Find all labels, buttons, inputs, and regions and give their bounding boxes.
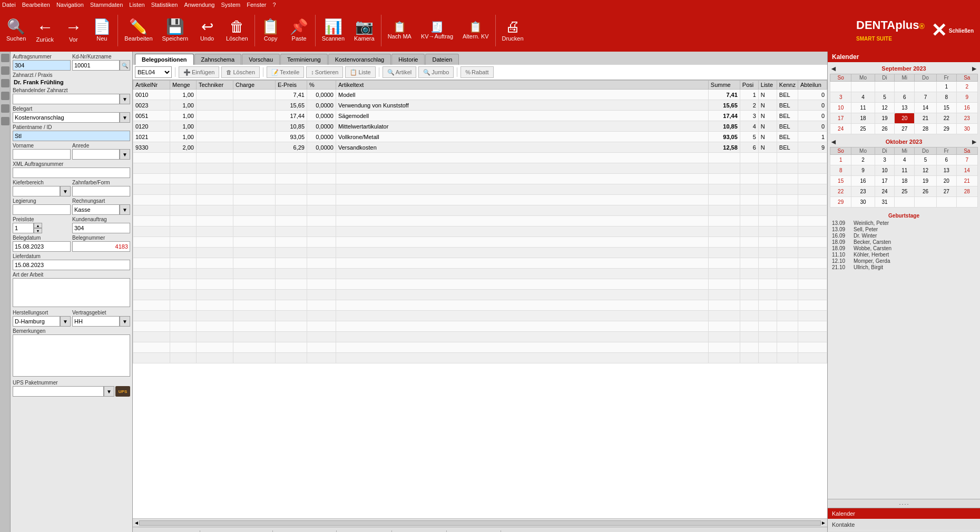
- patientname-input[interactable]: [13, 131, 130, 141]
- belegnummer-input[interactable]: [72, 241, 130, 252]
- cal-day[interactable]: [895, 82, 915, 92]
- cal-day[interactable]: 20: [895, 113, 915, 124]
- cal-day[interactable]: [956, 197, 977, 208]
- cal-day[interactable]: 21: [915, 113, 937, 124]
- cal-day[interactable]: 16: [956, 103, 977, 113]
- kv-auftrag-button[interactable]: 🧾 KV→Auftrag: [417, 12, 457, 50]
- table-row-empty[interactable]: [133, 269, 827, 279]
- loschen-button[interactable]: 🗑 Löschen: [222, 12, 252, 50]
- auftragsnummer-input[interactable]: [13, 60, 71, 71]
- bearbeiten-button[interactable]: ✏️ Bearbeiten: [120, 12, 156, 50]
- table-row-empty[interactable]: [133, 237, 827, 248]
- table-row-empty[interactable]: [133, 321, 827, 332]
- table-row[interactable]: 01201,0010,850,0000Mittelwertartikulator…: [133, 121, 827, 132]
- cal-day[interactable]: 27: [936, 186, 956, 197]
- left-icon-4[interactable]: [1, 92, 9, 100]
- einfugen-btn[interactable]: ➕ Einfügen: [179, 66, 219, 78]
- cal-day[interactable]: 17: [875, 176, 895, 186]
- cal-day[interactable]: 29: [936, 124, 956, 134]
- cal-day[interactable]: 14: [915, 103, 937, 113]
- tab-belegpositionen[interactable]: Belegpositionen: [135, 54, 194, 65]
- oct-next-btn[interactable]: ►: [971, 137, 978, 146]
- paste-button[interactable]: 📌 Paste: [286, 12, 313, 50]
- loschen-action-btn[interactable]: 🗑 Löschen: [221, 66, 260, 78]
- cal-day[interactable]: 11: [851, 103, 875, 113]
- menu-datei[interactable]: Datei: [2, 2, 16, 8]
- cal-day[interactable]: 5: [875, 92, 895, 103]
- ups-down-btn[interactable]: ▼: [104, 386, 114, 397]
- tab-kostenvoranschlag[interactable]: Kostenvoranschlag: [328, 54, 391, 65]
- table-row-empty[interactable]: [133, 279, 827, 290]
- cal-day[interactable]: [830, 82, 851, 92]
- cal-day[interactable]: 2: [851, 155, 875, 165]
- vor-button[interactable]: → Vor: [60, 12, 87, 50]
- cal-day[interactable]: 19: [875, 113, 895, 124]
- bemerkungen-textarea[interactable]: [13, 334, 130, 377]
- menu-fenster[interactable]: Fenster: [247, 2, 266, 8]
- close-button[interactable]: ✕: [931, 19, 947, 42]
- cal-day[interactable]: 27: [895, 124, 915, 134]
- cal-day[interactable]: 23: [851, 186, 875, 197]
- table-row[interactable]: 00101,007,410,0000Modell7,411NBEL0: [133, 90, 827, 100]
- cal-day[interactable]: 15: [936, 103, 956, 113]
- table-row-empty[interactable]: [133, 258, 827, 269]
- table-row-empty[interactable]: [133, 300, 827, 311]
- cal-day[interactable]: 24: [875, 186, 895, 197]
- sep-prev-btn[interactable]: ◄: [830, 64, 837, 73]
- rechnungsart-input[interactable]: [72, 204, 120, 215]
- cal-day[interactable]: 20: [936, 176, 956, 186]
- undo-button[interactable]: ↩ Undo: [193, 12, 221, 50]
- tab-vorschau[interactable]: Vorschau: [242, 54, 280, 65]
- cal-day[interactable]: 24: [830, 124, 851, 134]
- kundenauftrag-input[interactable]: [72, 223, 130, 233]
- tab-dateien[interactable]: Dateien: [425, 54, 459, 65]
- kieferbereich-down-btn[interactable]: ▼: [60, 186, 71, 196]
- cal-day[interactable]: [875, 82, 895, 92]
- cal-day[interactable]: 4: [851, 92, 875, 103]
- menu-listen[interactable]: Listen: [129, 2, 144, 8]
- cal-day[interactable]: 9: [956, 92, 977, 103]
- table-row-empty[interactable]: [133, 342, 827, 353]
- oct-prev-btn[interactable]: ◄: [830, 137, 837, 146]
- rabatt-btn[interactable]: % Rabatt: [460, 66, 493, 78]
- table-row-empty[interactable]: [133, 248, 827, 258]
- cal-day[interactable]: 26: [875, 124, 895, 134]
- table-row-empty[interactable]: [133, 163, 827, 174]
- cal-day[interactable]: 3: [875, 155, 895, 165]
- table-row-empty[interactable]: [133, 216, 827, 226]
- cal-day[interactable]: 25: [851, 124, 875, 134]
- table-row-empty[interactable]: [133, 226, 827, 237]
- xml-input[interactable]: [13, 168, 130, 178]
- preisliste-up[interactable]: ▲: [34, 223, 42, 228]
- table-row-empty[interactable]: [133, 290, 827, 300]
- left-icon-3[interactable]: [1, 79, 9, 87]
- cal-day[interactable]: 10: [875, 165, 895, 176]
- cal-day[interactable]: 11: [895, 165, 915, 176]
- herstellungsort-down-btn[interactable]: ▼: [60, 316, 71, 327]
- cal-day[interactable]: 16: [851, 176, 875, 186]
- cal-day[interactable]: 7: [956, 155, 977, 165]
- cal-day[interactable]: 18: [851, 113, 875, 124]
- bel-select[interactable]: BEL04: [135, 66, 172, 78]
- cal-day[interactable]: 31: [875, 197, 895, 208]
- zahnfarbe-input[interactable]: [72, 186, 130, 196]
- sep-next-btn[interactable]: ►: [971, 64, 978, 73]
- cal-day[interactable]: 8: [830, 165, 851, 176]
- tab-terminierung[interactable]: Terminierung: [280, 54, 328, 65]
- cal-day[interactable]: [915, 197, 937, 208]
- cal-day[interactable]: 21: [956, 176, 977, 186]
- belegart-down-btn[interactable]: ▼: [120, 112, 130, 123]
- table-row-empty[interactable]: [133, 353, 827, 363]
- right-tab-kalender[interactable]: Kalender: [828, 508, 980, 519]
- cal-day[interactable]: 1: [830, 155, 851, 165]
- cal-day[interactable]: [851, 82, 875, 92]
- cal-day[interactable]: 6: [895, 92, 915, 103]
- cal-day[interactable]: 13: [936, 165, 956, 176]
- sortieren-btn[interactable]: ↕ Sortieren: [306, 66, 343, 78]
- table-row-empty[interactable]: [133, 195, 827, 205]
- ups-input[interactable]: [13, 386, 104, 397]
- copy-button[interactable]: 📋 Copy: [257, 12, 285, 50]
- table-row-empty[interactable]: [133, 311, 827, 321]
- menu-statistiken[interactable]: Statistiken: [151, 2, 178, 8]
- menu-anwendung[interactable]: Anwendung: [184, 2, 214, 8]
